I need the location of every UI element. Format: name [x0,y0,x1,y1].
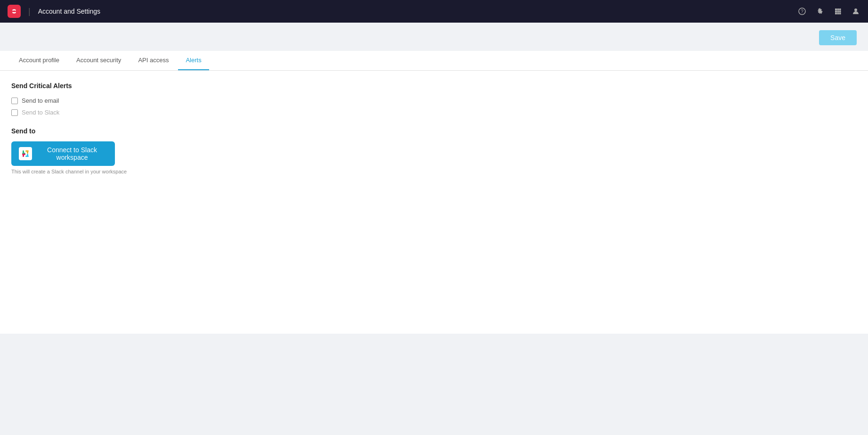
save-row: Save [0,23,868,51]
navbar-divider: | [28,7,31,16]
send-to-slack-checkbox[interactable] [11,109,18,116]
svg-rect-16 [25,150,29,152]
svg-rect-8 [839,11,841,13]
content-wrapper: Save Account profile Account security AP… [0,23,868,435]
send-to-email-label: Send to email [22,97,59,104]
send-to-section: Send to [11,127,857,174]
svg-rect-7 [837,11,839,13]
svg-rect-6 [835,11,837,13]
navbar-title: Account and Settings [38,8,100,15]
svg-rect-5 [839,8,841,10]
tab-account-security[interactable]: Account security [69,51,129,70]
navbar-left: | Account and Settings [8,5,100,18]
tabs-container: Account profile Account security API acc… [0,51,868,71]
slack-helper-text: This will create a Slack channel in your… [11,169,857,174]
settings-icon[interactable] [815,7,825,16]
connect-to-slack-button[interactable]: Connect to Slack workspace [11,141,115,166]
svg-rect-10 [837,13,839,15]
tab-alerts[interactable]: Alerts [178,51,209,70]
navbar-right: ? [797,7,860,16]
white-area: Account profile Account security API acc… [0,51,868,334]
svg-point-0 [10,7,18,16]
help-icon[interactable]: ? [797,7,807,16]
send-to-email-checkbox[interactable] [11,98,18,104]
send-to-slack-label: Send to Slack [22,109,59,116]
page-body: Send Critical Alerts Send to email Send … [0,71,868,186]
slack-connect-label: Connect to Slack workspace [37,146,107,161]
svg-rect-4 [837,8,839,10]
send-to-email-row: Send to email [11,97,857,104]
slack-icon-wrapper [19,147,32,160]
send-to-title: Send to [11,127,857,135]
elastio-logo [8,5,21,18]
svg-rect-11 [839,13,841,15]
svg-point-12 [854,8,857,11]
send-critical-alerts-title: Send Critical Alerts [11,82,857,90]
apps-icon[interactable] [833,7,843,16]
svg-text:?: ? [801,9,803,14]
user-icon[interactable] [851,7,860,16]
navbar: | Account and Settings ? [0,0,868,23]
svg-rect-18 [22,154,25,155]
save-button[interactable]: Save [819,30,857,45]
svg-rect-3 [835,8,837,10]
tab-api-access[interactable]: API access [130,51,176,70]
svg-rect-9 [835,13,837,15]
svg-rect-20 [25,156,29,157]
send-to-slack-row: Send to Slack [11,109,857,116]
tab-account-profile[interactable]: Account profile [11,51,67,70]
